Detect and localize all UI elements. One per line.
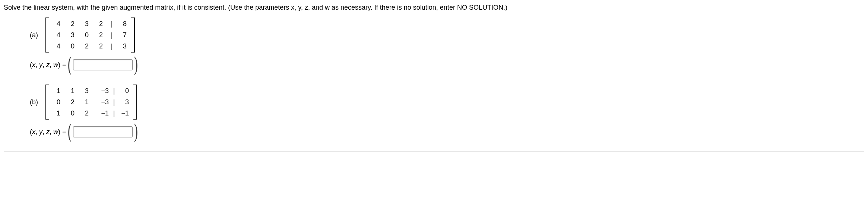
augment-separator: | [110, 87, 118, 95]
matrix-a-body: 4 2 3 2 | 8 4 3 0 2 | 7 4 0 2 2 | 3 [49, 18, 131, 53]
cell: 0 [80, 31, 94, 39]
cell: 3 [80, 87, 94, 95]
var-y: y [39, 128, 42, 136]
cell: 1 [51, 110, 66, 117]
matrix-b-body: 1 1 3 −3 | 0 0 2 1 −3 | 3 1 0 2 −1 | [49, 85, 133, 120]
cell: 2 [94, 20, 108, 28]
cell: 1 [66, 87, 80, 95]
matrix-row: 1 1 3 −3 | 0 [51, 85, 131, 96]
cell: −3 [94, 87, 110, 95]
cell: 2 [80, 110, 94, 117]
cell: 3 [66, 31, 80, 39]
answer-label-a: (x, y, z, w) = [30, 61, 66, 69]
answer-line-a: (x, y, z, w) = ( ) [30, 59, 864, 70]
cell: 1 [51, 87, 66, 95]
matrix-row: 4 3 0 2 | 7 [51, 29, 129, 41]
cell: 3 [118, 98, 131, 106]
augment-separator: | [110, 110, 118, 117]
var-x: x [32, 128, 35, 136]
cell: 0 [51, 98, 66, 106]
cell: 7 [115, 31, 129, 39]
cell: 1 [80, 98, 94, 106]
cell: 3 [80, 20, 94, 28]
cell: 2 [66, 98, 80, 106]
cell: 2 [94, 31, 108, 39]
cell: 8 [115, 20, 129, 28]
part-a: (a) 4 2 3 2 | 8 4 3 0 2 | 7 4 0 [30, 18, 864, 53]
part-b-label: (b) [30, 98, 38, 106]
matrix-b: 1 1 3 −3 | 0 0 2 1 −3 | 3 1 0 2 −1 | [45, 85, 137, 120]
augment-separator: | [108, 42, 115, 50]
bracket-left [45, 18, 49, 53]
cell: 4 [51, 31, 66, 39]
cell: 2 [80, 42, 94, 50]
augment-separator: | [108, 31, 115, 39]
cell: 0 [118, 87, 131, 95]
bracket-right [131, 18, 135, 53]
matrix-a: 4 2 3 2 | 8 4 3 0 2 | 7 4 0 2 2 | 3 [45, 18, 135, 53]
cell: 0 [66, 42, 80, 50]
cell: 2 [94, 42, 108, 50]
cell: 4 [51, 42, 66, 50]
cell: 2 [66, 20, 80, 28]
part-b: (b) 1 1 3 −3 | 0 0 2 1 −3 | 3 1 0 [30, 85, 864, 120]
var-w: w [53, 128, 58, 136]
cell: 0 [66, 110, 80, 117]
answer-label-b: (x, y, z, w) = [30, 128, 66, 136]
part-a-label: (a) [30, 31, 38, 39]
cell: −1 [94, 110, 110, 117]
matrix-row: 1 0 2 −1 | −1 [51, 108, 131, 119]
bracket-left [45, 85, 49, 120]
answer-input-a[interactable] [73, 59, 133, 70]
bracket-right [133, 85, 137, 120]
var-w: w [53, 61, 58, 69]
matrix-row: 4 2 3 2 | 8 [51, 18, 129, 29]
augment-separator: | [108, 20, 115, 28]
var-z: z [46, 61, 50, 69]
var-y: y [39, 61, 42, 69]
matrix-row: 0 2 1 −3 | 3 [51, 96, 131, 108]
divider [4, 152, 864, 152]
var-x: x [32, 61, 35, 69]
cell: 3 [115, 42, 129, 50]
cell: −1 [118, 110, 131, 117]
augment-separator: | [110, 98, 118, 106]
var-z: z [46, 128, 50, 136]
cell: 4 [51, 20, 66, 28]
question-text: Solve the linear system, with the given … [4, 4, 864, 12]
answer-input-b[interactable] [73, 126, 133, 137]
answer-line-b: (x, y, z, w) = ( ) [30, 126, 864, 137]
cell: −3 [94, 98, 110, 106]
matrix-row: 4 0 2 2 | 3 [51, 41, 129, 52]
